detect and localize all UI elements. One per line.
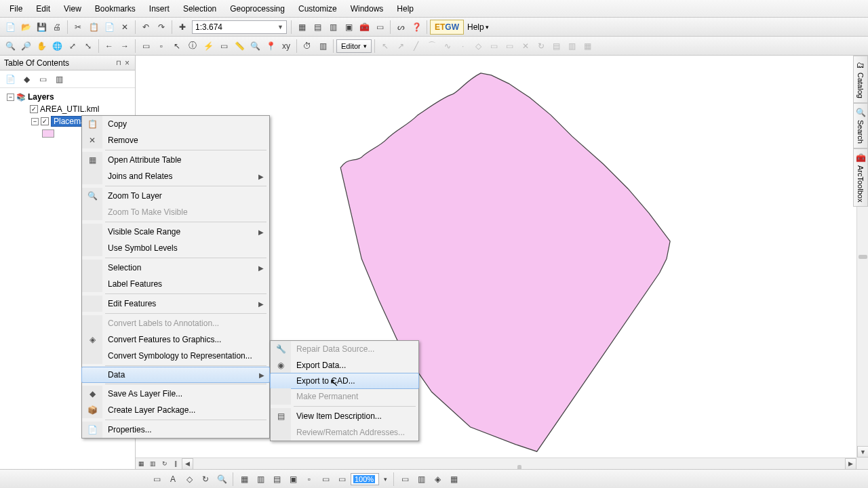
collapse-icon[interactable]: − [7, 94, 14, 101]
order-icon[interactable]: ▣ [285, 472, 300, 487]
menu-item[interactable]: Edit Features▶ [82, 296, 269, 312]
what-icon[interactable]: ❓ [409, 20, 424, 35]
menu-item[interactable]: ✕Remove [82, 132, 269, 148]
arctoolbox-icon[interactable]: 🧰 [357, 20, 372, 35]
editor-toolbar-icon[interactable]: ▦ [294, 20, 309, 35]
tool-icon[interactable]: ◈ [430, 472, 445, 487]
python-icon[interactable]: ▭ [372, 20, 387, 35]
full-extent-icon[interactable]: 🌐 [50, 39, 64, 54]
menu-item[interactable]: Selection▶ [82, 260, 269, 276]
identify-icon[interactable]: ⓘ [185, 39, 200, 54]
menu-item[interactable]: ◈Convert Features to Graphics... [82, 331, 269, 348]
redo-icon[interactable]: ↷ [154, 20, 169, 35]
hyperlink-icon[interactable]: ⚡ [201, 39, 216, 54]
menu-item[interactable]: 📦Create Layer Package... [82, 402, 269, 418]
menu-view[interactable]: View [57, 1, 88, 16]
zoom-to-selected-icon[interactable]: 🔍 [214, 472, 229, 487]
new-icon[interactable]: 📄 [3, 20, 18, 35]
rotate-icon[interactable]: ↻ [534, 39, 549, 54]
menu-item[interactable]: Label Features [82, 276, 269, 292]
menu-item[interactable]: ◆Save As Layer File... [82, 386, 269, 402]
end-point-arc-icon[interactable]: ⌒ [425, 39, 439, 54]
menu-item[interactable]: Visible Scale Range▶ [82, 224, 269, 240]
menu-item[interactable]: Data▶ [81, 367, 270, 383]
model-builder-icon[interactable]: ᔕ [393, 20, 408, 35]
menu-item[interactable]: ◉Export Data... [271, 357, 418, 373]
edit-tool-icon[interactable]: ↖ [378, 39, 393, 54]
delete-icon[interactable]: ✕ [117, 20, 132, 35]
add-data-icon[interactable]: ✚ [175, 20, 190, 35]
toc-icon[interactable]: ▤ [310, 20, 325, 35]
zoom-dropdown-icon[interactable]: ▾ [380, 472, 390, 487]
cut-icon[interactable]: ✂ [71, 20, 85, 35]
create-viewer-icon[interactable]: ▥ [315, 39, 330, 54]
tool2-icon[interactable]: ▦ [446, 472, 461, 487]
split-icon[interactable]: ✕ [518, 39, 533, 54]
go-to-xy-icon[interactable]: xy [279, 39, 294, 54]
menu-item[interactable]: ▦Open Attribute Table [82, 152, 269, 168]
rotate-icon[interactable]: ↻ [198, 472, 213, 487]
tree-layer-area-util[interactable]: ✓ AREA_UTIL.kml [1, 103, 134, 115]
search-window-icon[interactable]: ▣ [341, 20, 356, 35]
scroll-thumb[interactable] [859, 255, 867, 259]
list-by-source-icon[interactable]: ◆ [19, 72, 34, 87]
close-icon[interactable]: × [123, 58, 131, 68]
save-icon[interactable]: 💾 [34, 20, 49, 35]
help-dropdown[interactable]: Help▾ [465, 22, 492, 32]
layout-view-icon[interactable]: ▥ [147, 458, 159, 470]
pan-icon[interactable]: ✋ [34, 39, 49, 54]
open-icon[interactable]: 📂 [18, 20, 33, 35]
paste-icon[interactable]: 📄 [102, 20, 117, 35]
menu-selection[interactable]: Selection [176, 1, 223, 16]
rotate-data-frame-icon[interactable]: ▭ [397, 472, 412, 487]
html-popup-icon[interactable]: ▭ [216, 39, 231, 54]
draw-rectangle-icon[interactable]: ▭ [149, 472, 164, 487]
scroll-down-icon[interactable]: ▼ [857, 446, 868, 458]
group-icon[interactable]: ▦ [237, 472, 252, 487]
distribute-icon[interactable]: ▭ [334, 472, 349, 487]
menu-windows[interactable]: Windows [344, 1, 391, 16]
menu-geoprocessing[interactable]: Geoprocessing [223, 1, 292, 16]
menu-file[interactable]: File [3, 1, 29, 16]
copy-icon[interactable]: 📋 [86, 20, 101, 35]
measure-icon[interactable]: 📏 [232, 39, 247, 54]
reshape-icon[interactable]: ▭ [487, 39, 502, 54]
menu-insert[interactable]: Insert [142, 1, 176, 16]
edit-vertices-icon[interactable]: ◇ [182, 472, 197, 487]
cut-polygons-icon[interactable]: ▭ [502, 39, 517, 54]
draw-text-icon[interactable]: A [165, 472, 180, 487]
attributes-icon[interactable]: ▤ [549, 39, 564, 54]
graphic-ops-icon[interactable]: ▤ [269, 472, 284, 487]
sketch-props-icon[interactable]: ▥ [565, 39, 580, 54]
checkbox-icon[interactable]: ✓ [30, 105, 38, 113]
zoom-percent-input[interactable]: 100% [351, 473, 379, 485]
nudge-icon[interactable]: ▫ [302, 472, 317, 487]
tab-catalog[interactable]: 🗂Catalog [853, 56, 868, 103]
menu-bookmarks[interactable]: Bookmarks [88, 1, 142, 16]
checkbox-icon[interactable]: ✓ [41, 117, 49, 125]
time-slider-icon[interactable]: ⏱ [300, 39, 315, 54]
back-icon[interactable]: ← [102, 39, 117, 54]
ungroup-icon[interactable]: ▥ [253, 472, 268, 487]
trace-icon[interactable]: ∿ [440, 39, 455, 54]
list-by-visibility-icon[interactable]: ▭ [35, 72, 50, 87]
create-features-icon[interactable]: ▦ [580, 39, 595, 54]
fixed-zoom-out-icon[interactable]: ⤡ [81, 39, 96, 54]
tab-search[interactable]: 🔍Search [853, 103, 868, 148]
tab-arctoolbox[interactable]: 🧰ArcToolbox [853, 148, 868, 207]
menu-item[interactable]: Convert Symbology to Representation... [82, 348, 269, 364]
scale-input[interactable]: 1:3.674▼ [192, 20, 287, 34]
edit-vertices-icon[interactable]: ◇ [471, 39, 486, 54]
horizontal-scrollbar[interactable]: ▦ ▥ ↻ ‖ ◀ ▶ [136, 458, 856, 469]
data-view-icon[interactable]: ▦ [136, 458, 147, 470]
undo-icon[interactable]: ↶ [138, 20, 153, 35]
menu-edit[interactable]: Edit [29, 1, 57, 16]
select-features-icon[interactable]: ▭ [138, 39, 153, 54]
refresh-icon[interactable]: ↻ [159, 458, 170, 470]
straight-segment-icon[interactable]: ╱ [409, 39, 424, 54]
align-icon[interactable]: ▭ [318, 472, 333, 487]
menu-item[interactable]: ▤View Item Description... [271, 408, 418, 424]
menu-customize[interactable]: Customize [292, 1, 344, 16]
edit-annotation-icon[interactable]: ↗ [393, 39, 408, 54]
fixed-zoom-in-icon[interactable]: ⤢ [65, 39, 80, 54]
